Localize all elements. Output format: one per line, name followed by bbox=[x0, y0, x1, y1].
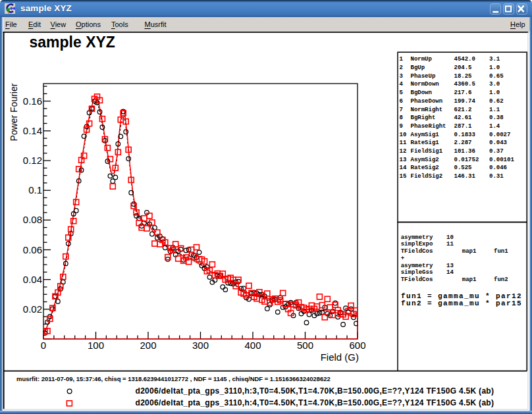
svg-text:3.1: 3.1 bbox=[489, 56, 500, 63]
svg-text:+: + bbox=[401, 255, 404, 262]
svg-text:10: 10 bbox=[400, 132, 407, 138]
svg-text:RateSig2: RateSig2 bbox=[411, 165, 439, 171]
svg-text:Power Fourier: Power Fourier bbox=[9, 83, 19, 141]
svg-text:0.31: 0.31 bbox=[489, 173, 504, 180]
svg-text:1.1: 1.1 bbox=[489, 107, 500, 113]
svg-text:0.65: 0.65 bbox=[489, 73, 504, 80]
svg-text:BgRight: BgRight bbox=[411, 115, 436, 121]
svg-text:200: 200 bbox=[140, 340, 156, 351]
svg-text:TFieldCos: TFieldCos bbox=[401, 248, 433, 255]
svg-text:AsymSig2: AsymSig2 bbox=[411, 157, 439, 163]
svg-text:11: 11 bbox=[400, 140, 407, 146]
svg-text:5: 5 bbox=[400, 90, 403, 96]
svg-text:0.14: 0.14 bbox=[23, 125, 42, 136]
svg-text:fun2: fun2 bbox=[494, 276, 508, 283]
svg-text:42.61: 42.61 bbox=[454, 115, 473, 121]
svg-text:100: 100 bbox=[88, 340, 104, 351]
svg-text:0.02: 0.02 bbox=[23, 303, 42, 315]
svg-text:3: 3 bbox=[400, 73, 403, 80]
svg-text:NormDown: NormDown bbox=[411, 81, 439, 88]
svg-text:600: 600 bbox=[349, 340, 365, 351]
svg-text:1.0: 1.0 bbox=[489, 65, 500, 71]
svg-text:0: 0 bbox=[41, 340, 46, 351]
svg-text:400: 400 bbox=[244, 340, 261, 351]
svg-text:simplExpo: simplExpo bbox=[401, 241, 433, 247]
svg-text:Field (G): Field (G) bbox=[321, 351, 359, 363]
svg-text:d2006/deltat_pta_gps_3110,h:3,: d2006/deltat_pta_gps_3110,h:3,T0=4.50K,T… bbox=[136, 386, 494, 396]
svg-text:11: 11 bbox=[446, 241, 454, 247]
svg-text:PhaseUp: PhaseUp bbox=[411, 73, 436, 80]
svg-text:0.043: 0.043 bbox=[489, 140, 507, 146]
svg-text:287.1: 287.1 bbox=[454, 123, 473, 130]
svg-text:2.287: 2.287 bbox=[454, 140, 472, 146]
svg-text:0.38: 0.38 bbox=[489, 115, 504, 121]
svg-text:13: 13 bbox=[400, 157, 407, 163]
svg-text:0.1: 0.1 bbox=[28, 184, 42, 195]
svg-text:8: 8 bbox=[400, 115, 403, 121]
svg-text:asymmetry: asymmetry bbox=[401, 234, 433, 241]
svg-text:217.6: 217.6 bbox=[454, 90, 472, 96]
svg-text:204.5: 204.5 bbox=[454, 65, 472, 71]
svg-text:map1: map1 bbox=[462, 276, 477, 283]
svg-text:NormRight: NormRight bbox=[411, 107, 443, 113]
svg-text:500: 500 bbox=[297, 340, 313, 351]
svg-text:AsymSig1: AsymSig1 bbox=[411, 132, 440, 138]
svg-text:2: 2 bbox=[400, 65, 403, 71]
svg-text:7: 7 bbox=[400, 107, 403, 113]
svg-text:BgUp: BgUp bbox=[411, 65, 425, 71]
svg-text:0.0027: 0.0027 bbox=[489, 132, 510, 138]
svg-text:0.06: 0.06 bbox=[23, 244, 42, 255]
svg-text:13: 13 bbox=[446, 263, 454, 269]
svg-text:101.36: 101.36 bbox=[454, 148, 475, 155]
svg-text:14: 14 bbox=[400, 165, 407, 171]
svg-text:4360.5: 4360.5 bbox=[454, 81, 475, 88]
svg-text:10: 10 bbox=[446, 234, 454, 241]
svg-text:0.12: 0.12 bbox=[23, 155, 42, 166]
svg-text:1: 1 bbox=[400, 56, 404, 63]
svg-text:d2006/deltat_pta_gps_3110,h:4,: d2006/deltat_pta_gps_3110,h:4,T0=4.50K,T… bbox=[136, 398, 494, 407]
svg-text:0.04: 0.04 bbox=[23, 274, 42, 285]
svg-text:TFieldCos: TFieldCos bbox=[401, 276, 433, 283]
svg-text:4542.0: 4542.0 bbox=[454, 56, 475, 63]
svg-text:0.62: 0.62 bbox=[489, 98, 504, 105]
svg-text:PhaseRight: PhaseRight bbox=[411, 123, 446, 130]
svg-text:0.525: 0.525 bbox=[454, 165, 472, 171]
svg-text:146.31: 146.31 bbox=[454, 173, 476, 180]
svg-text:14: 14 bbox=[446, 269, 454, 276]
svg-text:musrfit: 2011-07-09, 15:37:46,: musrfit: 2011-07-09, 15:37:46, chisq = 1… bbox=[16, 375, 331, 382]
svg-text:sample XYZ: sample XYZ bbox=[30, 34, 115, 51]
svg-text:NormUp: NormUp bbox=[411, 56, 432, 63]
svg-text:BgDown: BgDown bbox=[411, 90, 432, 96]
svg-text:fun1: fun1 bbox=[494, 248, 508, 255]
svg-text:0.00101: 0.00101 bbox=[489, 157, 514, 163]
svg-text:0.37: 0.37 bbox=[489, 148, 504, 155]
svg-text:18.25: 18.25 bbox=[454, 73, 472, 80]
svg-text:0.16: 0.16 bbox=[23, 95, 42, 107]
svg-text:1.0: 1.0 bbox=[489, 90, 500, 96]
svg-text:0.1833: 0.1833 bbox=[454, 132, 475, 138]
svg-text:12: 12 bbox=[400, 148, 407, 155]
svg-text:15: 15 bbox=[400, 173, 407, 180]
svg-text:FieldSig2: FieldSig2 bbox=[411, 173, 443, 180]
svg-text:0.046: 0.046 bbox=[489, 165, 507, 171]
svg-text:simpleGss: simpleGss bbox=[401, 269, 433, 276]
svg-text:PhaseDown: PhaseDown bbox=[411, 98, 443, 105]
svg-text:1.4: 1.4 bbox=[489, 123, 500, 130]
svg-text:0.08: 0.08 bbox=[23, 214, 42, 225]
svg-text:map1: map1 bbox=[462, 248, 477, 255]
svg-text:fun2 = gamma_mu * par15: fun2 = gamma_mu * par15 bbox=[401, 299, 522, 307]
svg-text:asymmetry: asymmetry bbox=[401, 263, 433, 269]
svg-text:RateSig1: RateSig1 bbox=[411, 140, 440, 146]
svg-text:6: 6 bbox=[400, 98, 403, 105]
svg-text:4: 4 bbox=[400, 81, 404, 88]
svg-text:199.74: 199.74 bbox=[454, 98, 476, 105]
svg-text:621.2: 621.2 bbox=[454, 107, 472, 113]
svg-text:3.0: 3.0 bbox=[489, 81, 500, 88]
svg-text:300: 300 bbox=[192, 340, 209, 351]
svg-text:FieldSig1: FieldSig1 bbox=[411, 148, 443, 155]
svg-text:9: 9 bbox=[400, 123, 403, 130]
svg-text:0.01752: 0.01752 bbox=[454, 157, 479, 163]
